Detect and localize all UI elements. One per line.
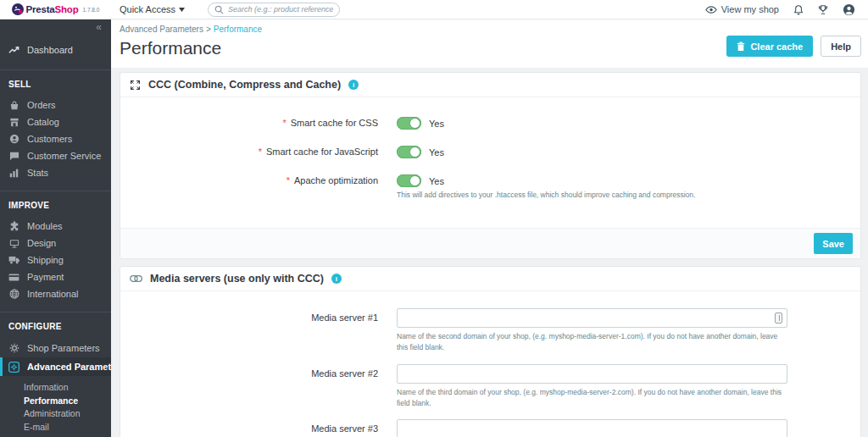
form-row-media-server-1: Media server #1 Name of the second domai… <box>120 308 860 353</box>
sidebar-item-label: Customers <box>27 134 72 144</box>
breadcrumb-advanced-parameters[interactable]: Advanced Parameters <box>120 25 203 34</box>
gear-icon <box>8 343 19 353</box>
expand-arrows-icon <box>130 80 141 91</box>
sidebar-item-label: International <box>27 289 79 299</box>
ccc-panel-header: CCC (Combine, Compress and Cache) i <box>120 73 860 97</box>
media-servers-panel: Media servers (use only with CCC) i Medi… <box>120 266 861 437</box>
search-icon <box>214 5 224 14</box>
media-server-3-input[interactable] <box>397 419 787 437</box>
breadcrumb: Advanced Parameters>Performance <box>120 25 861 34</box>
toggle-state-label: Yes <box>429 147 444 158</box>
sidebar-item-label: Dashboard <box>27 45 73 55</box>
sidebar-item-modules[interactable]: Modules <box>0 218 111 235</box>
sidebar-item-payment[interactable]: Payment <box>0 268 111 285</box>
field-label: Media server #1 <box>120 308 378 353</box>
help-button[interactable]: Help <box>821 36 861 57</box>
sidebar-item-dashboard[interactable]: Dashboard <box>0 40 111 60</box>
sidebar-item-orders[interactable]: Orders <box>0 97 111 113</box>
sidebar-collapse-button[interactable]: « <box>0 19 111 32</box>
clear-cache-button[interactable]: Clear cache <box>726 36 813 57</box>
form-row-apache-optimization: *Apache optimization Yes This will add d… <box>120 174 860 200</box>
submenu-item-email[interactable]: E-mail <box>0 421 111 434</box>
advanced-parameters-submenu: Information Performance Administration E… <box>0 381 111 434</box>
required-mark: * <box>287 175 290 185</box>
media-panel-body: Media server #1 Name of the second domai… <box>120 291 860 437</box>
person-circle-icon <box>8 134 19 144</box>
form-row-media-server-3: Media server #3 Name of the fourth domai… <box>120 419 860 437</box>
monitor-icon <box>8 239 19 248</box>
smart-cache-js-toggle[interactable] <box>397 146 421 158</box>
media-server-1-input[interactable] <box>397 308 787 328</box>
prestashop-logo-icon <box>12 3 24 15</box>
sidebar-section-improve: IMPROVE <box>0 201 111 210</box>
advanced-gear-icon <box>8 362 19 373</box>
sidebar-item-label: Customer Service <box>27 151 101 161</box>
sidebar-item-label: Modules <box>27 221 63 231</box>
required-mark: * <box>282 118 286 128</box>
sidebar-item-customer-service[interactable]: Customer Service <box>0 147 111 164</box>
search-input[interactable] <box>228 5 333 14</box>
sidebar-item-shop-parameters[interactable]: Shop Parameters <box>0 339 111 357</box>
notifications-bell-icon[interactable] <box>793 4 804 15</box>
user-avatar-icon[interactable] <box>843 3 855 16</box>
sidebar-divider <box>0 312 111 313</box>
form-row-media-server-2: Media server #2 Name of the third domain… <box>120 364 860 409</box>
submenu-item-administration[interactable]: Administration <box>0 407 111 421</box>
brand-name-shop: Shop <box>55 4 79 14</box>
apache-optimization-toggle[interactable] <box>397 174 421 187</box>
field-help-text: This will add directives to your .htacce… <box>397 190 695 200</box>
sidebar-item-label: Shop Parameters <box>27 343 100 353</box>
sidebar-item-design[interactable]: Design <box>0 235 111 252</box>
field-label: *Smart cache for JavaScript <box>120 146 378 158</box>
field-label: Media server #2 <box>120 364 378 409</box>
field-help-text: Name of the second domain of your shop, … <box>397 331 787 353</box>
smart-cache-css-toggle[interactable] <box>397 117 421 130</box>
page-body: CCC (Combine, Compress and Cache) i *Sma… <box>111 68 868 437</box>
clear-cache-label: Clear cache <box>750 41 803 52</box>
info-icon[interactable]: i <box>331 274 342 284</box>
sidebar-item-customers[interactable]: Customers <box>0 130 111 147</box>
sidebar-item-stats[interactable]: Stats <box>0 164 111 181</box>
submenu-item-information[interactable]: Information <box>0 381 111 395</box>
global-search <box>208 3 340 17</box>
basket-icon <box>8 101 19 110</box>
form-row-smart-cache-css: *Smart cache for CSS Yes <box>120 117 860 130</box>
trophy-icon[interactable] <box>818 4 828 15</box>
prestashop-logo[interactable]: PrestaShop 1.7.8.0 <box>0 3 111 15</box>
input-field-icon <box>775 313 782 324</box>
ccc-panel-title: CCC (Combine, Compress and Cache) <box>148 79 341 91</box>
media-panel-header: Media servers (use only with CCC) i <box>120 267 860 291</box>
sidebar: « Dashboard SELL Orders Catalog Customer… <box>0 19 111 437</box>
field-label: *Smart cache for CSS <box>120 117 378 130</box>
view-my-shop-label: View my shop <box>721 4 779 14</box>
sidebar-item-label: Catalog <box>27 117 59 127</box>
toggle-state-label: Yes <box>429 119 444 129</box>
save-button[interactable]: Save <box>814 233 853 254</box>
truck-icon <box>8 256 19 264</box>
sidebar-divider <box>0 69 111 70</box>
globe-icon <box>8 289 19 299</box>
media-server-2-input[interactable] <box>397 364 787 384</box>
info-icon[interactable]: i <box>348 80 359 90</box>
sidebar-item-label: Payment <box>27 272 64 282</box>
brand-name-presta: Presta <box>26 4 55 14</box>
trending-up-icon <box>8 46 19 54</box>
quick-access-menu[interactable]: Quick Access <box>120 4 185 14</box>
sidebar-item-shipping[interactable]: Shipping <box>0 252 111 268</box>
page-header: Advanced Parameters>Performance Performa… <box>111 19 868 68</box>
caret-down-icon <box>179 8 185 12</box>
required-mark: * <box>259 147 262 157</box>
submenu-item-performance[interactable]: Performance <box>0 395 111 408</box>
sidebar-section-sell: SELL <box>0 80 111 89</box>
breadcrumb-performance[interactable]: Performance <box>214 25 262 34</box>
main-content: Advanced Parameters>Performance Performa… <box>111 19 868 437</box>
puzzle-icon <box>8 221 19 231</box>
sidebar-item-catalog[interactable]: Catalog <box>0 113 111 130</box>
sidebar-divider <box>0 191 111 191</box>
sidebar-item-advanced-parameters[interactable]: Advanced Parameters <box>0 357 111 376</box>
sidebar-item-label: Design <box>27 238 56 248</box>
view-my-shop-link[interactable]: View my shop <box>705 4 779 14</box>
sidebar-item-international[interactable]: International <box>0 285 111 302</box>
sidebar-item-label: Stats <box>27 168 48 178</box>
media-panel-title: Media servers (use only with CCC) <box>150 273 324 285</box>
